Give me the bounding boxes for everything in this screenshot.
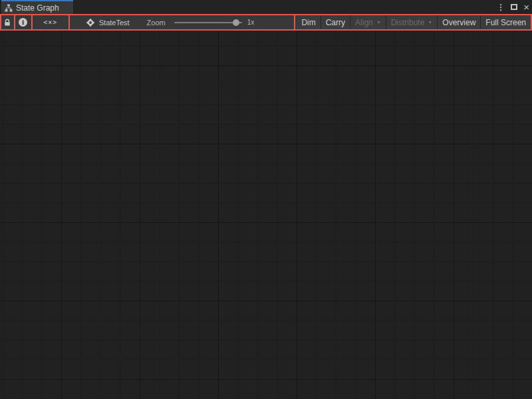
zoom-slider-handle[interactable] [233,19,239,26]
info-button[interactable]: i [15,15,33,29]
zoom-value: 1x [247,19,255,26]
state-object-field[interactable]: StateTest [86,18,130,27]
graph-canvas[interactable] [0,31,532,399]
state-object-name: StateTest [99,19,130,27]
zoom-control: Zoom 1x [147,19,255,27]
window-menu-icon[interactable]: ⋮ [497,3,505,11]
tab-state-graph[interactable]: State Graph [1,0,73,14]
code-icon: <×> [43,19,57,26]
carry-button[interactable]: Carry [321,15,350,29]
tab-title: State Graph [16,3,59,13]
move-gizmo-icon [86,18,95,27]
dim-button-label: Dim [301,18,315,27]
info-icon: i [19,18,27,27]
zoom-label: Zoom [147,19,166,27]
distribute-button-label: Distribute [391,18,425,27]
close-icon[interactable]: × [523,2,529,12]
dim-button[interactable]: Dim [297,15,320,29]
full-screen-button[interactable]: Full Screen [480,15,531,29]
state-graph-window: State Graph ⋮ × i <×> [0,0,532,399]
title-bar: State Graph ⋮ × [0,0,532,14]
lock-button[interactable] [1,15,15,29]
graph-toolbar: i <×> StateTest Z [0,14,532,31]
overview-button[interactable]: Overview [437,15,480,29]
graph-icon [5,4,13,12]
maximize-icon[interactable] [511,4,517,10]
align-button-label: Align [355,18,373,27]
window-controls: ⋮ × [497,0,529,14]
align-dropdown-button[interactable]: Align ▼ [350,15,386,29]
lock-icon [3,19,11,27]
overview-button-label: Overview [442,18,475,27]
toolbar-buttons-segment: Dim Carry Align ▼ Distribute ▼ Overview [295,15,531,29]
toolbar-button-row: Dim Carry Align ▼ Distribute ▼ Overview [295,15,531,29]
chevron-down-icon: ▼ [428,20,432,25]
chevron-down-icon: ▼ [376,20,381,25]
full-screen-button-label: Full Screen [485,18,526,27]
carry-button-label: Carry [326,18,345,27]
distribute-dropdown-button[interactable]: Distribute ▼ [386,15,438,29]
code-button[interactable]: <×> [33,15,70,29]
state-and-zoom-segment: StateTest Zoom 1x [70,15,296,29]
zoom-slider[interactable] [174,22,242,23]
